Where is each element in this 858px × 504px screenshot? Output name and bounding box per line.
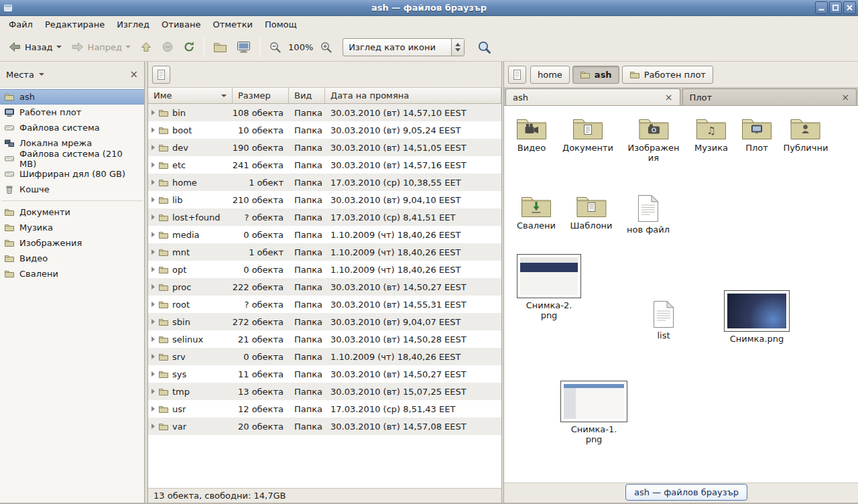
back-history-icon[interactable] bbox=[56, 46, 62, 48]
menu-item-2[interactable]: Изглед bbox=[111, 16, 156, 33]
file-row[interactable]: etc241 обектаПапка30.03.2010 (вт) 14,57,… bbox=[148, 156, 501, 174]
icon-view[interactable]: ВидеоДокументиИзображен ия♫МузикаПлотПуб… bbox=[504, 106, 858, 483]
file-row[interactable]: proc222 обектаПапка30.03.2010 (вт) 14,50… bbox=[148, 278, 501, 296]
path-button[interactable]: Работен плот bbox=[622, 66, 713, 84]
path-button[interactable]: ash bbox=[572, 66, 619, 84]
sidebar-item[interactable]: Работен плот bbox=[0, 105, 144, 120]
sidebar-item[interactable]: Файлова система bbox=[0, 120, 144, 135]
folder-item[interactable]: Видео bbox=[515, 115, 548, 153]
sidebar-selector-icon[interactable] bbox=[39, 73, 44, 76]
home-button[interactable] bbox=[208, 38, 232, 56]
expander-icon[interactable] bbox=[151, 110, 155, 115]
view-mode-select[interactable]: Изглед като икони bbox=[343, 38, 465, 56]
location-toggle-button[interactable] bbox=[152, 66, 170, 84]
reload-button[interactable] bbox=[178, 38, 200, 56]
up-button[interactable] bbox=[135, 38, 157, 56]
expander-icon[interactable] bbox=[151, 336, 155, 342]
menu-item-3[interactable]: Отиване bbox=[156, 16, 206, 33]
file-row[interactable]: tmp13 обектаПапка30.03.2010 (вт) 15,07,2… bbox=[148, 383, 501, 400]
file-row[interactable]: home1 обектПапка17.03.2010 (ср) 10,38,55… bbox=[148, 174, 501, 191]
expander-icon[interactable] bbox=[151, 319, 155, 324]
file-row[interactable]: dev190 обектаПапка30.03.2010 (вт) 14,51,… bbox=[148, 139, 501, 156]
stop-button[interactable] bbox=[157, 38, 178, 56]
search-button[interactable] bbox=[473, 37, 496, 58]
sidebar-item[interactable]: Музика bbox=[0, 220, 144, 235]
column-header[interactable]: Размер bbox=[233, 88, 289, 104]
forward-button[interactable]: Напред bbox=[66, 38, 135, 56]
sidebar-item[interactable]: Кошче bbox=[0, 182, 144, 197]
location-toggle-button[interactable] bbox=[508, 66, 526, 84]
expander-icon[interactable] bbox=[151, 162, 155, 168]
column-header[interactable]: Име bbox=[148, 88, 233, 104]
back-button[interactable]: Назад bbox=[3, 38, 66, 56]
menu-item-1[interactable]: Редактиране bbox=[39, 16, 111, 33]
file-row[interactable]: srv0 обектаПапка1.10.2009 (чт) 18,40,26 … bbox=[148, 348, 501, 365]
expander-icon[interactable] bbox=[151, 127, 155, 133]
file-row[interactable]: selinux21 обектаПапка30.03.2010 (вт) 14,… bbox=[148, 330, 501, 348]
expander-icon[interactable] bbox=[151, 424, 155, 429]
sidebar-item[interactable]: Файлова система (210 MB) bbox=[0, 151, 144, 166]
image-item[interactable]: Снимка-1. png bbox=[560, 381, 627, 444]
folder-item[interactable]: Свалени bbox=[517, 193, 556, 231]
file-item[interactable]: нов файл bbox=[627, 194, 670, 235]
tab[interactable]: Плот× bbox=[682, 88, 857, 105]
tab-close-button[interactable]: × bbox=[665, 92, 673, 102]
column-header[interactable]: Вид bbox=[289, 88, 325, 104]
folder-item[interactable]: Документи bbox=[562, 115, 613, 153]
titlebar[interactable]: ash — файлов браузър bbox=[0, 0, 858, 16]
sidebar-item[interactable]: Свалени bbox=[0, 266, 144, 281]
file-row[interactable]: mnt1 обектПапка1.10.2009 (чт) 18,40,26 E… bbox=[148, 243, 501, 261]
file-row[interactable]: var20 обектаПапка30.03.2010 (вт) 14,57,0… bbox=[148, 418, 501, 435]
sidebar-item[interactable]: Документи bbox=[0, 204, 144, 220]
expander-icon[interactable] bbox=[151, 180, 155, 185]
expander-icon[interactable] bbox=[151, 197, 155, 202]
sidebar-item[interactable]: Изображения bbox=[0, 235, 144, 251]
expander-icon[interactable] bbox=[151, 232, 155, 237]
file-row[interactable]: lost+found? обектаПапка17.03.2010 (ср) 8… bbox=[148, 208, 501, 226]
sidebar-title[interactable]: Места bbox=[6, 70, 34, 80]
expander-icon[interactable] bbox=[151, 302, 155, 307]
file-row[interactable]: sbin272 обектаПапка30.03.2010 (вт) 9,04,… bbox=[148, 313, 501, 330]
close-button[interactable] bbox=[843, 1, 856, 14]
tab[interactable]: ash× bbox=[505, 88, 680, 105]
file-row[interactable]: lib210 обектаПапка30.03.2010 (вт) 9,04,1… bbox=[148, 191, 501, 208]
image-item[interactable]: Снимка-2. png bbox=[517, 254, 581, 320]
file-row[interactable]: usr12 обектаПапка17.03.2010 (ср) 8,51,43… bbox=[148, 400, 501, 418]
file-row[interactable]: media0 обектаПапка1.10.2009 (чт) 18,40,2… bbox=[148, 226, 501, 243]
image-item[interactable]: Снимка.png bbox=[724, 290, 790, 344]
file-row[interactable]: boot10 обектаПапка30.03.2010 (вт) 9,05,2… bbox=[148, 121, 501, 139]
column-header[interactable]: Дата на промяна bbox=[325, 88, 501, 104]
expander-icon[interactable] bbox=[151, 267, 155, 272]
sidebar-close-button[interactable]: × bbox=[129, 70, 138, 80]
menu-item-5[interactable]: Помощ bbox=[259, 16, 303, 33]
file-item[interactable]: list bbox=[652, 300, 675, 340]
expander-icon[interactable] bbox=[151, 249, 155, 255]
folder-item[interactable]: Публични bbox=[784, 115, 829, 153]
sidebar-item[interactable]: ash bbox=[0, 89, 144, 105]
sidebar-item[interactable]: Видео bbox=[0, 251, 144, 266]
expander-icon[interactable] bbox=[151, 214, 155, 220]
expander-icon[interactable] bbox=[151, 354, 155, 359]
folder-item[interactable]: Плот bbox=[741, 115, 773, 153]
file-list[interactable]: bin108 обектаПапка30.03.2010 (вт) 14,57,… bbox=[148, 104, 501, 488]
combo-arrows[interactable] bbox=[451, 39, 464, 56]
folder-item[interactable]: ♫Музика bbox=[694, 115, 728, 153]
file-row[interactable]: sys11 обектаПапка30.03.2010 (вт) 14,50,2… bbox=[148, 365, 501, 383]
sidebar-item[interactable]: Шифриран дял (80 GB) bbox=[0, 166, 144, 182]
tab-close-button[interactable]: × bbox=[841, 92, 849, 102]
menu-item-4[interactable]: Отметки bbox=[206, 16, 258, 33]
computer-button[interactable] bbox=[232, 38, 255, 57]
folder-item[interactable]: Изображен ия bbox=[627, 115, 679, 163]
file-row[interactable]: opt0 обектаПапка1.10.2009 (чт) 18,40,26 … bbox=[148, 261, 501, 278]
taskbar-window-button[interactable]: ash — файлов браузър bbox=[625, 484, 747, 501]
expander-icon[interactable] bbox=[151, 406, 155, 412]
file-row[interactable]: bin108 обектаПапка30.03.2010 (вт) 14,57,… bbox=[148, 104, 501, 121]
expander-icon[interactable] bbox=[151, 389, 155, 394]
expander-icon[interactable] bbox=[151, 371, 155, 377]
maximize-button[interactable] bbox=[829, 1, 842, 14]
zoom-in-button[interactable] bbox=[315, 38, 337, 57]
zoom-out-button[interactable] bbox=[264, 38, 286, 57]
expander-icon[interactable] bbox=[151, 284, 155, 290]
minimize-button[interactable] bbox=[815, 1, 828, 14]
file-row[interactable]: root? обектаПапка30.03.2010 (вт) 14,55,3… bbox=[148, 296, 501, 313]
